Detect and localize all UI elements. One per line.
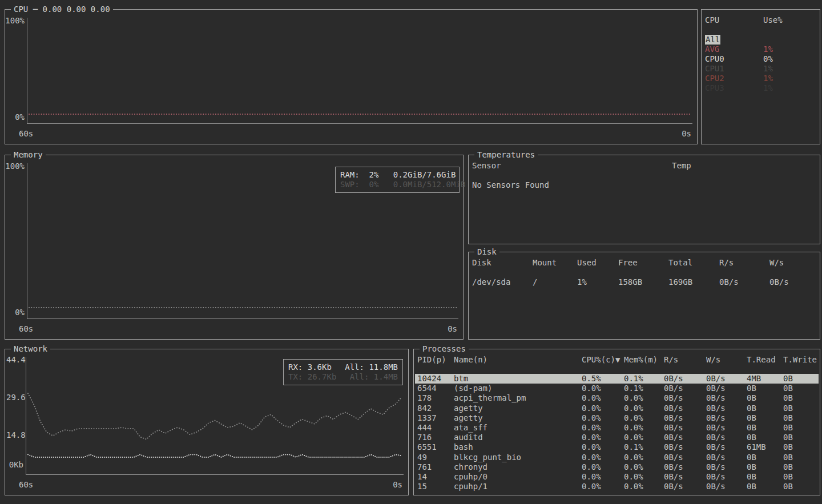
process-header-cell[interactable]: Mem%(m) [624, 355, 664, 365]
process-cell: 0.0% [582, 433, 624, 442]
process-cell: 0B [783, 413, 819, 423]
disk-row[interactable]: /dev/sda/1%158GB169GB0B/s0B/s [470, 277, 819, 287]
cpu-legend-row-cpu3[interactable]: CPU31% [703, 83, 819, 93]
cpu-legend-panel[interactable]: CPU Use% AllAVG1%CPU00%CPU11%CPU21%CPU31… [701, 9, 820, 144]
process-cell: 0B/s [664, 384, 706, 393]
disk-header-cell[interactable]: Free [618, 258, 668, 268]
cpu-panel[interactable]: CPU ─ 0.00 0.00 0.00 100% 0% 60s 0s [5, 9, 698, 144]
process-cell: 0.0% [624, 462, 664, 472]
disk-header-cell[interactable]: Total [668, 258, 719, 268]
process-cell: 0B [747, 482, 783, 491]
cpu-y-max-label: 100% [5, 16, 25, 26]
cpu-legend-col-use: Use% [763, 15, 819, 25]
cpu-legend-label: CPU3 [705, 83, 763, 93]
process-row[interactable]: 15cpuhp/10.0%0.0%0B/s0B/s0B0B [415, 482, 819, 491]
network-panel[interactable]: Network 44.4 29.6 14.8 0Kb 60s 0s RX: 3.… [5, 349, 409, 495]
cpu-legend-label: All [705, 35, 763, 45]
disk-header-cell[interactable]: Mount [533, 258, 577, 268]
disk-panel[interactable]: Disk DiskMountUsedFreeTotalR/sW/s /dev/s… [468, 252, 820, 340]
process-cell: 0B [783, 453, 819, 462]
process-row[interactable]: 1337agetty0.0%0.0%0B/s0B/s0B0B [415, 413, 819, 423]
process-cell: 0.0% [582, 423, 624, 433]
process-cell: 0B/s [664, 374, 706, 384]
process-header-cell[interactable]: W/s [706, 355, 747, 365]
process-cell: 842 [417, 404, 454, 413]
process-cell: 0B [747, 453, 783, 462]
process-header-cell[interactable]: R/s [664, 355, 706, 365]
process-header-row[interactable]: PID(p)Name(n)CPU%(c)▼Mem%(m)R/sW/sT.Read… [415, 355, 819, 365]
cpu-legend-row-cpu0[interactable]: CPU00% [703, 54, 819, 64]
disk-cell: 0B/s [719, 277, 769, 287]
process-row[interactable]: 49blkcg_punt_bio0.0%0.0%0B/s0B/s0B0B [415, 453, 819, 462]
process-cell: 0B/s [664, 404, 706, 413]
network-x-right-label: 0s [393, 480, 402, 490]
rx-all-value: 11.8MB [369, 362, 398, 372]
process-cell: 0.0% [582, 404, 624, 413]
process-cell: 716 [417, 433, 454, 442]
disk-panel-title: Disk [474, 247, 499, 257]
process-cell: 0.5% [582, 374, 624, 384]
cpu-legend-value [763, 35, 819, 45]
temperatures-panel[interactable]: Temperatures Sensor Temp No Sensors Foun… [468, 155, 820, 244]
process-cell: btm [454, 374, 582, 384]
process-cell: 0B/s [706, 462, 747, 472]
btm-system-monitor: CPU ─ 0.00 0.00 0.00 100% 0% 60s 0s CPU … [0, 0, 822, 504]
cpu-legend-col-cpu: CPU [705, 15, 763, 25]
disk-header-cell[interactable]: R/s [719, 258, 769, 268]
process-cell: 0B [783, 433, 819, 442]
cpu-y-min-label: 0% [5, 112, 25, 122]
process-cell: 0B/s [664, 442, 706, 452]
disk-header-row[interactable]: DiskMountUsedFreeTotalR/sW/s [470, 258, 819, 268]
process-cell: 0B [783, 472, 819, 482]
disk-header-cell[interactable]: Disk [472, 258, 533, 268]
process-cell: 61MB [747, 442, 783, 452]
process-cell: acpi_thermal_pm [454, 393, 582, 403]
cpu-legend-row-avg[interactable]: AVG1% [703, 45, 819, 54]
process-header-cell[interactable]: Name(n) [454, 355, 582, 365]
rx-label: RX: [288, 362, 303, 372]
swap-percent: 0% [369, 180, 379, 189]
process-cell: 14 [417, 472, 454, 482]
process-cell: 0B/s [706, 404, 747, 413]
process-cell: 0B [783, 404, 819, 413]
process-row[interactable]: 178acpi_thermal_pm0.0%0.0%0B/s0B/s0B0B [415, 393, 819, 403]
process-row[interactable]: 716auditd0.0%0.0%0B/s0B/s0B0B [415, 433, 819, 442]
process-header-cell[interactable]: CPU%(c)▼ [582, 355, 624, 365]
process-row[interactable]: 761chronyd0.0%0.0%0B/s0B/s0B0B [415, 462, 819, 472]
process-cell: 0B [783, 384, 819, 393]
cpu-legend-row-cpu1[interactable]: CPU11% [703, 64, 819, 74]
process-row[interactable]: 444ata_sff0.0%0.0%0B/s0B/s0B0B [415, 423, 819, 433]
cpu-legend-row-cpu2[interactable]: CPU21% [703, 74, 819, 83]
process-cell: 0.0% [624, 472, 664, 482]
network-ytick-0: 0Kb [6, 460, 23, 470]
disk-header-cell[interactable]: W/s [769, 258, 819, 268]
processes-panel[interactable]: Processes PID(p)Name(n)CPU%(c)▼Mem%(m)R/… [413, 349, 820, 495]
process-row[interactable]: 6544(sd-pam)0.0%0.1%0B/s0B/s0B0B [415, 384, 819, 393]
process-cell: cpuhp/0 [454, 472, 582, 482]
swap-label: SWP: [340, 180, 360, 189]
memory-panel[interactable]: Memory 100% 0% 60s 0s RAM: 2% 0.2GiB/7.6… [5, 155, 464, 340]
process-cell: 0B [747, 384, 783, 393]
disk-header-cell[interactable]: Used [577, 258, 618, 268]
rx-value: 3.6Kb [308, 362, 332, 372]
processes-panel-title: Processes [420, 344, 469, 354]
process-cell: 0.0% [582, 442, 624, 452]
process-row[interactable]: 14cpuhp/00.0%0.0%0B/s0B/s0B0B [415, 472, 819, 482]
process-cell: 0B [747, 393, 783, 403]
process-row[interactable]: 10424btm0.5%0.1%0B/s0B/s4MB0B [415, 374, 819, 384]
cpu-chart-plot [27, 18, 692, 124]
network-panel-title: Network [11, 344, 50, 354]
process-cell: 0B [783, 423, 819, 433]
process-cell: 0.0% [582, 482, 624, 491]
disk-cell: 1% [577, 277, 618, 287]
process-cell: 0.0% [624, 413, 664, 423]
process-header-cell[interactable]: T.Read [747, 355, 783, 365]
process-header-cell[interactable]: T.Write [783, 355, 819, 365]
process-header-cell[interactable]: PID(p) [417, 355, 454, 365]
memory-x-right-label: 0s [448, 324, 457, 334]
process-row[interactable]: 6551bash0.0%0.1%0B/s0B/s61MB0B [415, 442, 819, 452]
cpu-legend-row-all[interactable]: All [703, 35, 819, 45]
process-row[interactable]: 842agetty0.0%0.0%0B/s0B/s0B0B [415, 404, 819, 413]
process-cell: 0B [783, 442, 819, 452]
process-cell: 0.0% [624, 404, 664, 413]
